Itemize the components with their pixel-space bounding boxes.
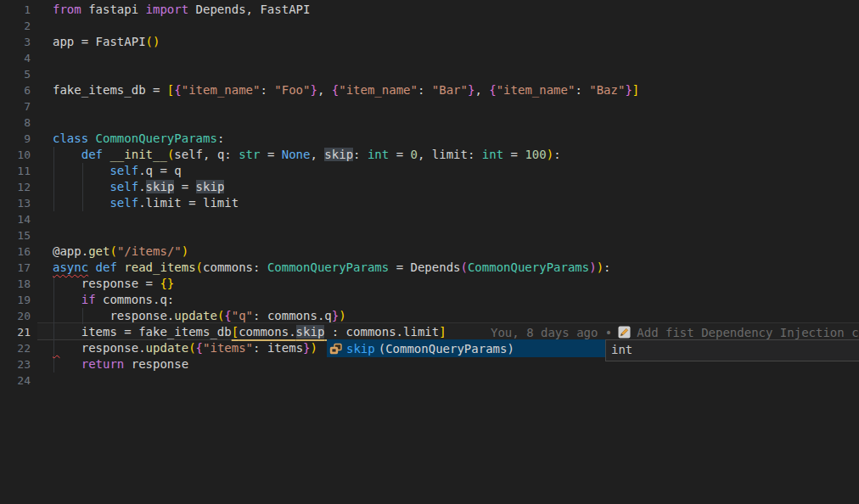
code-line[interactable]: response = {} xyxy=(53,276,174,292)
code-line[interactable]: app = FastAPI() xyxy=(53,34,160,50)
code-token: commons. xyxy=(239,325,295,339)
code-token: = Depends xyxy=(389,260,460,274)
code-token: int xyxy=(482,148,503,161)
code-line[interactable]: from fastapi import Depends, FastAPI xyxy=(53,2,310,18)
suggestion-type-panel: int xyxy=(605,339,859,361)
code-token: = xyxy=(389,148,410,161)
code-token: : xyxy=(353,148,368,161)
line-number[interactable]: 7 xyxy=(0,98,31,115)
line-number[interactable]: 19 xyxy=(0,292,31,308)
code-token: , xyxy=(474,83,489,97)
git-blame-annotation[interactable]: You, 8 days ago • Add fist Dependency In… xyxy=(491,324,859,340)
code-line[interactable]: @app.get("/items/") xyxy=(53,244,188,260)
line-number[interactable]: 23 xyxy=(0,356,31,372)
code-token: "items" xyxy=(203,341,253,355)
pencil-icon xyxy=(618,326,631,339)
blame-commit-message: Add fist Dependency Injection co xyxy=(637,326,859,339)
code-token xyxy=(88,260,95,274)
line-number[interactable]: 16 xyxy=(0,244,31,260)
line-number[interactable]: 24 xyxy=(0,372,31,389)
code-token: CommonQueryParams xyxy=(267,260,389,274)
line-number[interactable]: 3 xyxy=(0,34,31,50)
code-token: } xyxy=(310,83,317,97)
code-token: ( xyxy=(146,35,153,48)
line-number[interactable]: 5 xyxy=(0,66,31,82)
line-number[interactable]: 21 xyxy=(0,324,31,340)
line-number[interactable]: 11 xyxy=(0,163,31,179)
code-token: self, q: xyxy=(174,148,239,161)
code-token: class xyxy=(53,132,96,145)
code-token: : xyxy=(575,83,589,97)
line-number[interactable]: 13 xyxy=(0,195,31,211)
code-line[interactable]: self.skip = skip xyxy=(53,179,224,195)
code-token: , limit: xyxy=(418,148,482,161)
code-token: if xyxy=(81,293,96,306)
code-token: : commons.limit xyxy=(324,325,439,339)
code-token: from xyxy=(53,3,81,16)
line-number[interactable]: 20 xyxy=(0,308,31,324)
code-token: "Bar" xyxy=(432,83,468,97)
code-line[interactable]: def __init__(self, q: str = None, skip: … xyxy=(53,147,561,163)
code-token: int xyxy=(368,148,389,161)
code-token: .q = q xyxy=(138,164,182,177)
line-number[interactable]: 1 xyxy=(0,2,31,18)
code-token: : items xyxy=(253,341,303,355)
line-number[interactable]: 10 xyxy=(0,147,31,163)
code-line[interactable]: response.update({"items": items}) xyxy=(53,340,317,356)
code-token xyxy=(53,180,109,193)
code-line[interactable]: async def read_items(commons: CommonQuer… xyxy=(53,260,611,276)
code-token: "Foo" xyxy=(274,83,310,97)
code-token: ) xyxy=(182,244,188,258)
line-number[interactable]: 14 xyxy=(0,211,31,227)
line-number[interactable]: 2 xyxy=(0,18,31,34)
field-icon xyxy=(329,342,343,356)
code-line[interactable]: self.limit = limit xyxy=(53,195,239,211)
code-token: return xyxy=(81,357,125,371)
code-token: CommonQueryParams xyxy=(96,132,217,145)
line-number[interactable]: 17 xyxy=(0,260,31,276)
suggest-item-skip[interactable]: skip (CommonQueryParams) xyxy=(327,339,605,357)
code-token: { xyxy=(174,83,181,97)
line-number[interactable]: 12 xyxy=(0,179,31,195)
code-line[interactable]: if commons.q: xyxy=(53,292,174,308)
code-editor[interactable]: 123456789101112131415161718192021222324 … xyxy=(0,0,859,504)
code-token: update xyxy=(174,309,217,322)
code-token: { xyxy=(196,341,203,355)
code-token: ( xyxy=(109,244,116,258)
code-token: __init__ xyxy=(109,148,166,161)
code-token: { xyxy=(224,309,231,322)
line-number[interactable]: 18 xyxy=(0,276,31,292)
line-number[interactable]: 4 xyxy=(0,50,31,66)
code-line[interactable]: return response xyxy=(53,356,188,372)
line-number[interactable]: 8 xyxy=(0,115,31,131)
code-token: ) xyxy=(589,260,596,274)
code-token: ( xyxy=(461,260,468,274)
code-token: : xyxy=(604,260,610,274)
code-token: Depends, FastAPI xyxy=(188,3,310,16)
code-token: ] xyxy=(632,83,639,97)
code-token: self xyxy=(109,196,138,210)
code-line[interactable]: self.q = q xyxy=(53,163,182,179)
code-token: "item_name" xyxy=(339,83,418,97)
code-token: 100 xyxy=(525,148,546,161)
code-token xyxy=(53,164,109,177)
code-token: ) xyxy=(339,309,345,322)
code-token: ) xyxy=(311,341,317,355)
code-line[interactable]: response.update({"q": commons.q}) xyxy=(53,308,346,324)
code-token: get xyxy=(88,244,109,258)
line-number[interactable]: 22 xyxy=(0,340,31,356)
code-token: response xyxy=(124,357,188,371)
line-number[interactable]: 6 xyxy=(0,82,31,98)
code-token: } xyxy=(303,341,310,355)
suggestion-label: skip xyxy=(346,342,375,356)
code-token: items = fake_items_db xyxy=(53,325,232,339)
code-token: : commons.q xyxy=(253,309,332,322)
line-number[interactable]: 15 xyxy=(0,227,31,244)
line-number[interactable]: 9 xyxy=(0,131,31,147)
code-token: "item_name" xyxy=(182,83,261,97)
code-token: commons.q: xyxy=(96,293,175,306)
code-token: skip xyxy=(324,148,353,161)
code-line[interactable]: fake_items_db = [{"item_name": "Foo"}, {… xyxy=(53,82,639,98)
code-line[interactable]: items = fake_items_db[commons.skip : com… xyxy=(53,324,446,340)
code-line[interactable]: class CommonQueryParams: xyxy=(53,131,224,147)
